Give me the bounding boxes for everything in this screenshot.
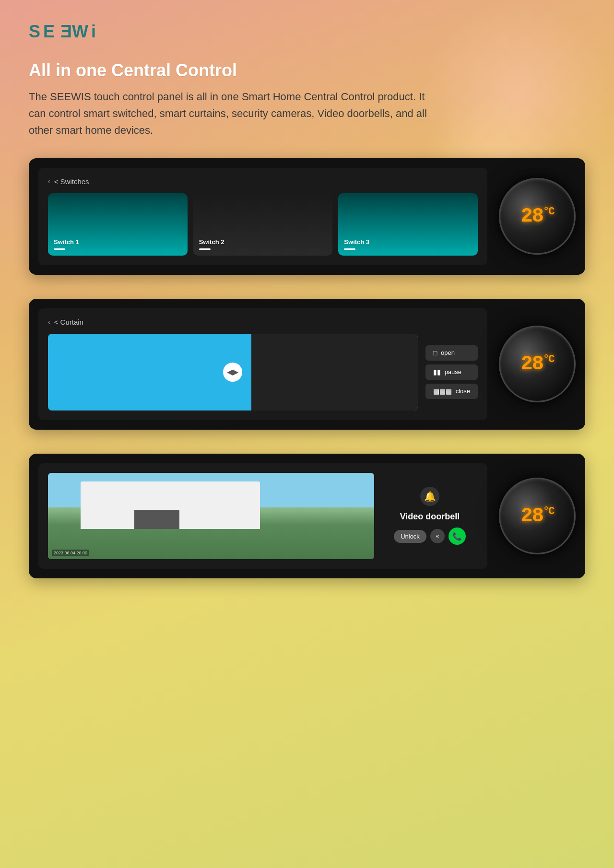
close-label: close — [456, 387, 470, 395]
phone-icon: 📞 — [452, 532, 462, 541]
switch-indicator-1 — [54, 248, 65, 250]
doorbell-camera-view: 2023.06.04 20:00 — [48, 473, 374, 559]
switches-screen: ‹ < Switches Switch 1 Switch 2 Switch 3 — [38, 168, 487, 265]
header-section: All in one Central Control The SEEWIS to… — [29, 60, 585, 139]
svg-text:E: E — [60, 22, 72, 41]
curtain-dark-side — [251, 334, 418, 411]
curtain-screen: ‹ < Curtain ◀▶ □ open ▮▮ — [38, 308, 487, 420]
doorbell-content: 2023.06.04 20:00 🔔 Video doorbell Unlock… — [48, 473, 478, 559]
curtain-close-button[interactable]: ▤▤▤ close — [425, 384, 478, 399]
thermostat-2-degree: °C — [543, 353, 554, 365]
main-description: The SEEWIS touch control panel is all in… — [29, 88, 441, 139]
svg-text:W: W — [72, 22, 88, 41]
camera-timestamp: 2023.06.04 20:00 — [52, 550, 89, 556]
curtain-pause-button[interactable]: ▮▮ pause — [425, 364, 478, 380]
main-title: All in one Central Control — [29, 60, 585, 81]
curtain-nav-label: < Curtain — [54, 318, 83, 326]
thermostat-1-display: 28°C — [521, 205, 554, 228]
switch-name-1: Switch 1 — [54, 238, 182, 246]
switch-indicator-3 — [344, 248, 355, 250]
rewind-button[interactable]: « — [430, 529, 445, 543]
svg-text:E: E — [43, 22, 55, 41]
curtain-content: ◀▶ □ open ▮▮ pause ▤▤▤ close — [48, 334, 478, 411]
back-arrow-icon: ‹ — [48, 177, 50, 185]
curtain-controls: □ open ▮▮ pause ▤▤▤ close — [425, 345, 478, 399]
unlock-label: Unlock — [401, 533, 420, 540]
switch-name-3: Switch 3 — [344, 238, 472, 246]
building — [81, 481, 260, 529]
doorbell-panel: 2023.06.04 20:00 🔔 Video doorbell Unlock… — [29, 454, 585, 578]
switch-name-2: Switch 2 — [199, 238, 327, 246]
thermostat-2-display: 28°C — [521, 352, 554, 375]
doorbell-screen: 2023.06.04 20:00 🔔 Video doorbell Unlock… — [38, 463, 487, 569]
curtain-arrow-icon: ◀▶ — [227, 367, 238, 376]
doorbell-icon-wrap: 🔔 — [420, 487, 439, 506]
logo-svg: S E E W i S — [29, 19, 115, 41]
open-icon: □ — [433, 349, 437, 357]
thermostat-2[interactable]: 28°C — [499, 326, 576, 402]
doorbell-label: Video doorbell — [400, 512, 460, 522]
doorbell-bell-icon: 🔔 — [424, 491, 436, 502]
switches-nav-label: < Switches — [54, 177, 89, 186]
doorbell-info: 🔔 Video doorbell Unlock « 📞 — [382, 482, 478, 550]
curtain-back-nav[interactable]: ‹ < Curtain — [48, 318, 478, 326]
pause-label: pause — [445, 368, 461, 375]
open-label: open — [441, 349, 455, 356]
pause-icon: ▮▮ — [433, 368, 441, 376]
thermostat-3-display: 28°C — [521, 504, 554, 528]
svg-text:S: S — [29, 22, 40, 41]
curtain-open-button[interactable]: □ open — [425, 345, 478, 361]
switch-card-1[interactable]: Switch 1 — [48, 193, 188, 256]
curtain-back-arrow: ‹ — [48, 318, 50, 326]
logo-area: S E E W i S — [29, 19, 585, 41]
curtain-arrow-button[interactable]: ◀▶ — [223, 363, 242, 382]
switches-grid: Switch 1 Switch 2 Switch 3 — [48, 193, 478, 256]
unlock-button[interactable]: Unlock — [394, 530, 426, 543]
switches-panel: ‹ < Switches Switch 1 Switch 2 Switch 3 — [29, 158, 585, 275]
thermostat-1-degree: °C — [543, 206, 554, 218]
doorbell-actions: Unlock « 📞 — [394, 528, 466, 545]
switch-card-3[interactable]: Switch 3 — [338, 193, 478, 256]
close-icon: ▤▤▤ — [433, 387, 452, 395]
thermostat-1[interactable]: 28°C — [499, 178, 576, 255]
seewis-logo: S E E W i S — [29, 19, 585, 41]
camera-scene — [48, 473, 374, 559]
svg-text:i: i — [91, 22, 96, 41]
accept-call-button[interactable]: 📞 — [449, 528, 466, 545]
curtain-panel: ‹ < Curtain ◀▶ □ open ▮▮ — [29, 299, 585, 430]
thermostat-3-degree: °C — [543, 505, 554, 517]
building-door — [134, 510, 179, 529]
rewind-icon: « — [436, 533, 439, 540]
switch-indicator-2 — [199, 248, 211, 250]
switches-back-nav[interactable]: ‹ < Switches — [48, 177, 478, 186]
curtain-visual: ◀▶ — [48, 334, 418, 411]
switch-card-2[interactable]: Switch 2 — [193, 193, 333, 256]
thermostat-3[interactable]: 28°C — [499, 478, 576, 554]
